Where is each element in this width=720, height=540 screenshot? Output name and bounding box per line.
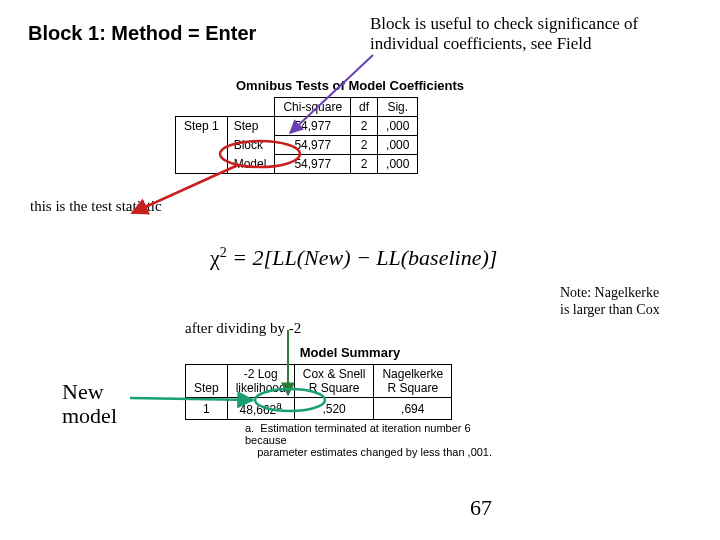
test-statistic-note: this is the test statistic xyxy=(30,198,162,215)
omnibus-row-sig-0: ,000 xyxy=(378,117,418,136)
block-note-line2: individual coefficients, see Field xyxy=(370,34,592,53)
omnibus-row-chi-2: 54,977 xyxy=(275,155,351,174)
omnibus-title: Omnibus Tests of Model Coefficients xyxy=(175,78,525,93)
new-model-line1: New xyxy=(62,379,104,404)
omnibus-step-label: Step 1 xyxy=(176,117,228,174)
block-note: Block is useful to check significance of… xyxy=(370,14,670,55)
chi-square-formula: χ2 = 2[LL(New) − LL(baseline)] xyxy=(210,245,497,271)
new-model-line2: model xyxy=(62,403,117,428)
omnibus-col-sig: Sig. xyxy=(378,98,418,117)
slide-title: Block 1: Method = Enter xyxy=(28,22,256,45)
omnibus-table: Chi-square df Sig. Step 1 Step 54,977 2 … xyxy=(175,97,418,174)
omnibus-row-sig-1: ,000 xyxy=(378,136,418,155)
omnibus-row-name-0: Step xyxy=(227,117,275,136)
ms-row-2ll: 48,662a xyxy=(227,398,294,420)
model-summary-wrap: Model Summary Step -2 Log likelihood Cox… xyxy=(185,345,515,458)
ms-col-step: Step xyxy=(186,365,228,398)
omnibus-row-sig-2: ,000 xyxy=(378,155,418,174)
omnibus-col-chi: Chi-square xyxy=(275,98,351,117)
ms-col-cox: Cox & Snell R Square xyxy=(294,365,374,398)
omnibus-row-name-1: Block xyxy=(227,136,275,155)
block-note-line1: Block is useful to check significance of xyxy=(370,14,638,33)
omnibus-col-df: df xyxy=(351,98,378,117)
omnibus-row-chi-1: 54,977 xyxy=(275,136,351,155)
model-summary-footnote: a. Estimation terminated at iteration nu… xyxy=(185,422,515,458)
ms-col-nag: Nagelkerke R Square xyxy=(374,365,452,398)
omnibus-row-df-2: 2 xyxy=(351,155,378,174)
model-summary-title: Model Summary xyxy=(185,345,515,360)
omnibus-row-name-2: Model xyxy=(227,155,275,174)
omnibus-row-chi-0: 54,977 xyxy=(275,117,351,136)
model-summary-table: Step -2 Log likelihood Cox & Snell R Squ… xyxy=(185,364,452,420)
after-dividing-note: after dividing by -2 xyxy=(185,320,301,337)
ms-row-nag: ,694 xyxy=(374,398,452,420)
new-model-label: New model xyxy=(62,380,117,428)
omnibus-row-df-1: 2 xyxy=(351,136,378,155)
ms-col-2ll: -2 Log likelihood xyxy=(227,365,294,398)
omnibus-table-wrap: Omnibus Tests of Model Coefficients Chi-… xyxy=(175,78,525,174)
omnibus-row-df-0: 2 xyxy=(351,117,378,136)
ms-row-step: 1 xyxy=(186,398,228,420)
nagelkerke-note: Note: Nagelkerke is larger than Cox xyxy=(560,285,710,319)
ms-row-cox: ,520 xyxy=(294,398,374,420)
page-number: 67 xyxy=(470,495,492,521)
